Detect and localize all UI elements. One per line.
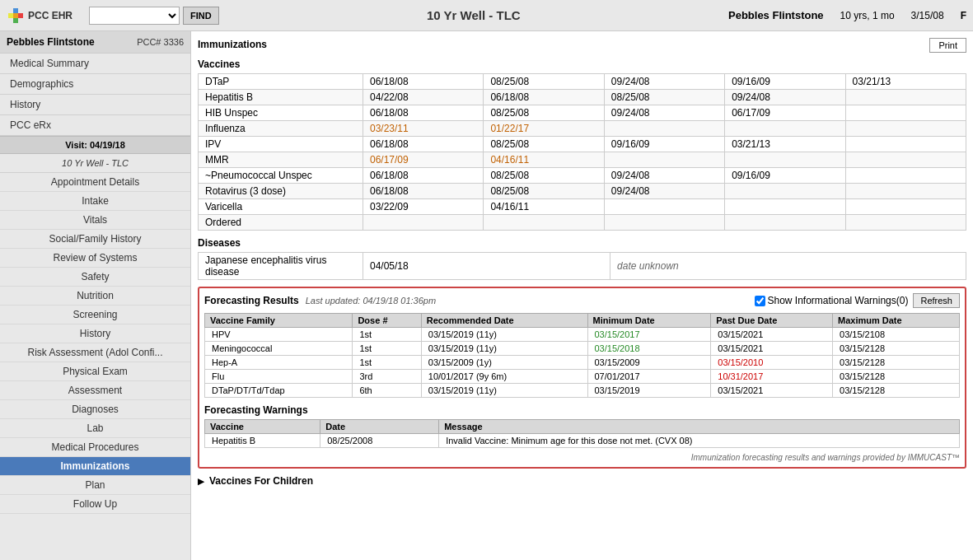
vaccine-date: 06/18/08 bbox=[363, 105, 484, 121]
vaccine-date: 08/25/08 bbox=[484, 137, 604, 152]
warning-row[interactable]: Hepatitis B08/25/2008Invalid Vaccine: Mi… bbox=[205, 434, 960, 448]
search-select[interactable] bbox=[89, 7, 180, 25]
vaccine-date: 08/25/08 bbox=[604, 90, 724, 105]
vaccine-date: 09/24/08 bbox=[725, 90, 845, 105]
forecast-cell: 10/31/2017 bbox=[711, 370, 833, 384]
vaccine-date bbox=[845, 137, 966, 152]
sidebar-sub-diagnoses[interactable]: Diagnoses bbox=[0, 400, 190, 419]
vaccine-date: 03/21/13 bbox=[725, 137, 845, 152]
logo-icon bbox=[7, 7, 25, 25]
forecast-cell: 6th bbox=[353, 384, 421, 398]
sidebar-sub-social-family-history[interactable]: Social/Family History bbox=[0, 230, 190, 249]
forecast-table: Vaccine Family Dose # Recommended Date M… bbox=[204, 313, 960, 398]
sidebar-sub-medical-procedures[interactable]: Medical Procedures bbox=[0, 438, 190, 457]
vaccine-row[interactable]: HIB Unspec06/18/0808/25/0809/24/0806/17/… bbox=[199, 105, 966, 121]
sidebar-sub-physical-exam[interactable]: Physical Exam bbox=[0, 362, 190, 381]
vaccine-date bbox=[604, 199, 724, 215]
sidebar-sub-plan[interactable]: Plan bbox=[0, 476, 190, 495]
forecasting-box: Forecasting Results Last updated: 04/19/… bbox=[198, 287, 966, 469]
print-button[interactable]: Print bbox=[929, 38, 966, 53]
forecast-cell: Meningococcal bbox=[205, 342, 353, 356]
patient-pcc-number: PCC# 3336 bbox=[137, 37, 184, 47]
vaccine-date bbox=[725, 121, 845, 137]
vaccine-row[interactable]: Ordered bbox=[199, 215, 966, 231]
vfc-header[interactable]: ▶ Vaccines For Children bbox=[198, 475, 966, 487]
sidebar-item-demographics[interactable]: Demographics bbox=[0, 74, 190, 95]
vaccine-date bbox=[845, 121, 966, 137]
show-warnings-label[interactable]: Show Informational Warnings(0) bbox=[755, 295, 909, 306]
forecast-row[interactable]: Meningococcal1st03/15/2019 (11y)03/15/20… bbox=[205, 342, 960, 356]
forecast-cell: 1st bbox=[353, 328, 421, 342]
sidebar-sub-nutrition[interactable]: Nutrition bbox=[0, 287, 190, 306]
forecast-cell: DTaP/DT/Td/Tdap bbox=[205, 384, 353, 398]
vaccine-date: 06/18/08 bbox=[363, 184, 484, 199]
warn-col-vaccine: Vaccine bbox=[205, 420, 320, 434]
immucast-credit: Immunization forecasting results and war… bbox=[204, 453, 960, 462]
warning-date: 08/25/2008 bbox=[320, 434, 439, 448]
forecast-row[interactable]: Flu3rd10/01/2017 (9y 6m)07/01/201710/31/… bbox=[205, 370, 960, 384]
forecast-cell: 03/15/2128 bbox=[833, 356, 960, 370]
vaccine-row[interactable]: MMR06/17/0904/16/11 bbox=[199, 152, 966, 168]
vaccine-date: 08/25/08 bbox=[484, 74, 604, 90]
vaccine-date: 09/24/08 bbox=[604, 105, 724, 121]
forecast-row[interactable]: HPV1st03/15/2019 (11y)03/15/201703/15/20… bbox=[205, 328, 960, 342]
warn-col-message: Message bbox=[439, 420, 960, 434]
diseases-subtitle: Diseases bbox=[198, 237, 966, 249]
sidebar-sub-follow-up[interactable]: Follow Up bbox=[0, 495, 190, 514]
diseases-table: Japanese encephalitis virus disease04/05… bbox=[198, 252, 966, 280]
refresh-button[interactable]: Refresh bbox=[913, 293, 960, 308]
vaccine-date: 09/16/09 bbox=[725, 74, 845, 90]
patient-name-header: Pebbles Flintstone bbox=[728, 9, 824, 21]
forecast-cell: 03/15/2019 (11y) bbox=[421, 342, 587, 356]
vaccine-row[interactable]: Influenza03/23/1101/22/17 bbox=[199, 121, 966, 137]
vaccine-row[interactable]: Rotavirus (3 dose)06/18/0808/25/0809/24/… bbox=[199, 184, 966, 199]
forecasting-header: Forecasting Results Last updated: 04/19/… bbox=[204, 293, 960, 308]
forecast-row[interactable]: Hep-A1st03/15/2009 (1y)03/15/200903/15/2… bbox=[205, 356, 960, 370]
sidebar-sub-risk-assessment[interactable]: Risk Assessment (Adol Confi... bbox=[0, 343, 190, 362]
vaccine-date bbox=[845, 199, 966, 215]
forecast-cell: 03/15/2021 bbox=[711, 384, 833, 398]
vaccine-row[interactable]: IPV06/18/0808/25/0809/16/0903/21/13 bbox=[199, 137, 966, 152]
forecasting-last-updated: Last updated: 04/19/18 01:36pm bbox=[306, 296, 436, 306]
vaccine-name: IPV bbox=[199, 137, 363, 152]
vaccine-row[interactable]: Hepatitis B04/22/0806/18/0808/25/0809/24… bbox=[199, 90, 966, 105]
warnings-table: Vaccine Date Message Hepatitis B08/25/20… bbox=[204, 419, 960, 448]
vaccine-date: 01/22/17 bbox=[484, 121, 604, 137]
forecast-warnings-title: Forecasting Warnings bbox=[204, 404, 960, 416]
forecast-cell: 3rd bbox=[353, 370, 421, 384]
show-warnings-checkbox[interactable] bbox=[755, 296, 765, 306]
find-button[interactable]: FIND bbox=[183, 7, 219, 25]
sidebar-sub-appointment-details[interactable]: Appointment Details bbox=[0, 173, 190, 192]
sidebar-sub-review-of-systems[interactable]: Review of Systems bbox=[0, 249, 190, 268]
warning-vaccine: Hepatitis B bbox=[205, 434, 320, 448]
sidebar-sub-lab[interactable]: Lab bbox=[0, 419, 190, 438]
vaccine-date: 04/16/11 bbox=[484, 152, 604, 168]
forecast-cell: 03/15/2128 bbox=[833, 384, 960, 398]
sidebar-item-medical-summary[interactable]: Medical Summary bbox=[0, 54, 190, 74]
sidebar-item-pcc-erx[interactable]: PCC eRx bbox=[0, 115, 190, 136]
forecast-row[interactable]: DTaP/DT/Td/Tdap6th03/15/2019 (11y)03/15/… bbox=[205, 384, 960, 398]
sidebar-item-history[interactable]: History bbox=[0, 95, 190, 115]
sidebar-sub-history[interactable]: History bbox=[0, 324, 190, 343]
visit-section-header: Visit: 04/19/18 bbox=[0, 136, 190, 154]
vaccine-date: 06/17/09 bbox=[363, 152, 484, 168]
vaccine-row[interactable]: ~Pneumococcal Unspec06/18/0808/25/0809/2… bbox=[199, 168, 966, 184]
forecast-cell: 1st bbox=[353, 356, 421, 370]
forecast-cell: HPV bbox=[205, 328, 353, 342]
forecast-cell: 03/15/2019 (11y) bbox=[421, 384, 587, 398]
forecast-cell: 1st bbox=[353, 342, 421, 356]
sidebar-sub-assessment[interactable]: Assessment bbox=[0, 381, 190, 400]
main-layout: Pebbles Flintstone PCC# 3336 Medical Sum… bbox=[0, 31, 973, 560]
sidebar-sub-intake[interactable]: Intake bbox=[0, 192, 190, 211]
forecast-col-recommended: Recommended Date bbox=[421, 314, 587, 328]
sidebar-sub-safety[interactable]: Safety bbox=[0, 268, 190, 287]
vaccine-name: Influenza bbox=[199, 121, 363, 137]
sidebar-sub-immunizations[interactable]: Immunizations bbox=[0, 457, 190, 476]
disease-row[interactable]: Japanese encephalitis virus disease04/05… bbox=[199, 253, 966, 280]
vaccine-row[interactable]: Varicella03/22/0904/16/11 bbox=[199, 199, 966, 215]
vaccine-name: HIB Unspec bbox=[199, 105, 363, 121]
vaccine-row[interactable]: DTaP06/18/0808/25/0809/24/0809/16/0903/2… bbox=[199, 74, 966, 90]
sidebar-sub-screening[interactable]: Screening bbox=[0, 306, 190, 324]
disease-name: Japanese encephalitis virus disease bbox=[199, 253, 363, 280]
sidebar-sub-vitals[interactable]: Vitals bbox=[0, 211, 190, 230]
